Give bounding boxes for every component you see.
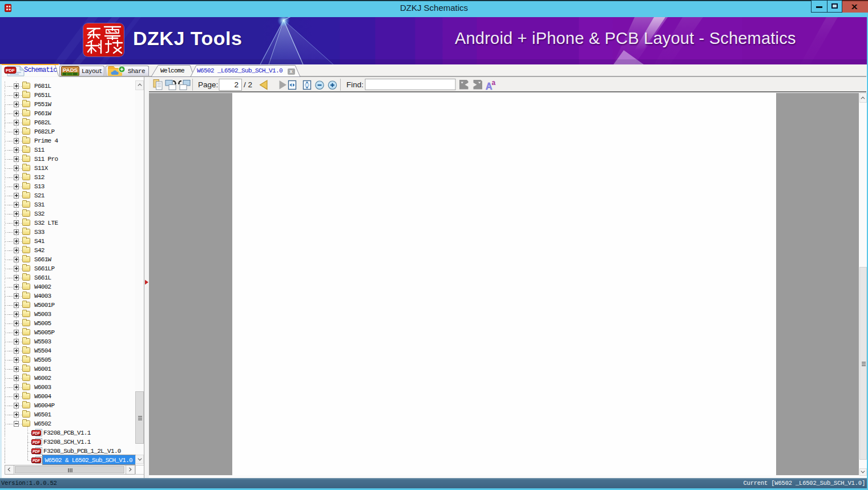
svg-text:PADS: PADS (63, 66, 78, 72)
svg-text:PDF: PDF (6, 68, 15, 73)
svg-text:a: a (492, 78, 496, 86)
